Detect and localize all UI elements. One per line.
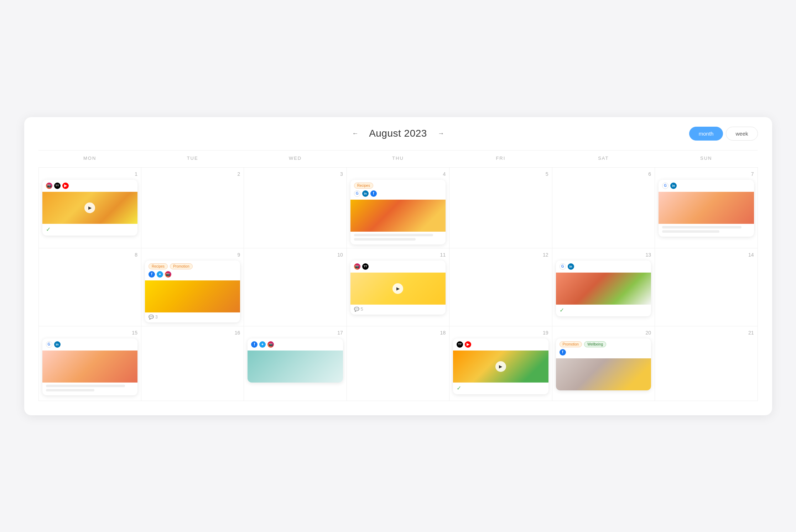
post-footer-11: 💬 5 <box>350 305 446 315</box>
post-text-15 <box>42 383 137 395</box>
yt-icon: ▶ <box>62 183 69 189</box>
tag-promotion-9: Promotion <box>170 263 193 269</box>
post-card-1[interactable]: 📷 TT ▶ ▶ ✓ <box>42 180 137 236</box>
post-card-19[interactable]: TT ▶ ▶ ✓ <box>453 338 548 394</box>
social-icons-17: f ✦ 📷 <box>251 341 339 348</box>
post-image-9 <box>145 280 240 312</box>
tag-wellbeing-20: Wellbeing <box>584 341 606 347</box>
post-image-wrapper-4 <box>350 200 446 232</box>
day-header-thu: THU <box>347 150 449 167</box>
cell-aug5: 5 <box>449 167 552 248</box>
social-icons-7: G in <box>662 183 750 189</box>
cell-aug6: 6 <box>552 167 655 248</box>
tag-recipes-9: Recipes <box>149 263 168 269</box>
li-icon-15: in <box>54 341 61 348</box>
post-image-15 <box>42 351 137 383</box>
post-card-7[interactable]: G in <box>659 180 754 237</box>
cell-aug14: 14 <box>655 248 758 326</box>
post-footer-1: ✓ <box>42 224 137 236</box>
day-header-wed: WED <box>244 150 347 167</box>
post-card-13[interactable]: G in ✓ <box>556 260 651 316</box>
day-header-mon: MON <box>38 150 141 167</box>
date-3: 3 <box>248 171 343 177</box>
social-icons-13: G in <box>560 263 647 270</box>
cell-aug10: 10 <box>244 248 347 326</box>
cell-aug7: 7 G in <box>655 167 758 248</box>
cell-aug19: 19 TT ▶ ▶ ✓ <box>449 326 552 401</box>
social-icons-9: f ✦ 📷 <box>149 271 236 278</box>
social-icons-11: 📷 TT <box>354 263 442 270</box>
check-icon-19: ✓ <box>457 385 461 391</box>
social-icons-4: G in f <box>354 190 442 197</box>
play-button-1[interactable]: ▶ <box>84 202 95 213</box>
goog-icon-7: G <box>662 183 668 189</box>
play-button-19[interactable]: ▶ <box>495 361 506 372</box>
post-footer-19: ✓ <box>453 383 548 394</box>
date-11: 11 <box>350 252 446 258</box>
date-1: 1 <box>42 171 137 177</box>
post-card-17[interactable]: f ✦ 📷 <box>248 338 343 383</box>
ig-icon-17: 📷 <box>267 341 274 348</box>
cell-aug3: 3 <box>244 167 347 248</box>
cell-aug13: 13 G in ✓ <box>552 248 655 326</box>
tw-icon-9: ✦ <box>157 271 163 278</box>
date-21: 21 <box>659 330 754 336</box>
post-card-9[interactable]: Recipes Promotion f ✦ 📷 <box>145 260 240 322</box>
li-icon-7: in <box>670 183 677 189</box>
ig-icon-9: 📷 <box>165 271 171 278</box>
nav-controls: ← August 2023 → <box>348 128 448 139</box>
day-header-tue: TUE <box>141 150 244 167</box>
fb-icon-20: f <box>560 349 566 355</box>
date-9: 9 <box>145 252 240 258</box>
post-image-wrapper-15 <box>42 351 137 383</box>
tag-promotion-20: Promotion <box>560 341 582 347</box>
fb-icon-4: f <box>370 190 377 197</box>
goog-icon-4: G <box>354 190 360 197</box>
post-image-wrapper-20 <box>556 358 651 390</box>
cell-aug15: 15 G in <box>38 326 141 401</box>
tiktok-icon-19: TT <box>457 341 463 348</box>
date-5: 5 <box>453 171 548 177</box>
week-view-button[interactable]: week <box>726 127 758 141</box>
check-icon-1: ✓ <box>46 226 51 233</box>
post-image-wrapper-9 <box>145 280 240 312</box>
post-text-4 <box>350 232 446 244</box>
next-month-button[interactable]: → <box>434 128 448 139</box>
cell-aug16: 16 <box>141 326 244 401</box>
date-6: 6 <box>556 171 651 177</box>
post-image-wrapper-7 <box>659 192 754 224</box>
post-card-11[interactable]: 📷 TT ▶ 💬 5 <box>350 260 446 315</box>
post-card-15[interactable]: G in <box>42 338 137 395</box>
post-image-13 <box>556 273 651 305</box>
li-icon-13: in <box>568 263 574 270</box>
day-header-fri: FRI <box>449 150 552 167</box>
date-20: 20 <box>556 330 651 336</box>
fb-icon-9: f <box>149 271 155 278</box>
post-image-17 <box>248 351 343 383</box>
ig-icon-11: 📷 <box>354 263 360 270</box>
goog-icon-13: G <box>560 263 566 270</box>
post-image-wrapper-19: ▶ <box>453 351 548 383</box>
tiktok-icon-11: TT <box>362 263 369 270</box>
cell-aug18: 18 <box>347 326 449 401</box>
fb-icon-17: f <box>251 341 257 348</box>
social-icons-1: 📷 TT ▶ <box>46 183 134 189</box>
post-card-4[interactable]: Recipes G in f <box>350 180 446 244</box>
post-image-wrapper-13 <box>556 273 651 305</box>
li-icon-4: in <box>362 190 369 197</box>
date-12: 12 <box>453 252 548 258</box>
cell-aug1: 1 📷 TT ▶ ▶ <box>38 167 141 248</box>
month-view-button[interactable]: month <box>689 127 723 141</box>
month-title: August 2023 <box>369 128 427 139</box>
day-header-sun: SUN <box>655 150 758 167</box>
date-2: 2 <box>145 171 240 177</box>
prev-month-button[interactable]: ← <box>348 128 362 139</box>
post-image-wrapper-17 <box>248 351 343 383</box>
play-button-11[interactable]: ▶ <box>392 283 403 294</box>
check-icon-13: ✓ <box>560 307 564 314</box>
date-17: 17 <box>248 330 343 336</box>
post-image-20 <box>556 358 651 390</box>
post-card-20[interactable]: Promotion Wellbeing f <box>556 338 651 390</box>
date-4: 4 <box>350 171 446 177</box>
cell-aug12: 12 <box>449 248 552 326</box>
